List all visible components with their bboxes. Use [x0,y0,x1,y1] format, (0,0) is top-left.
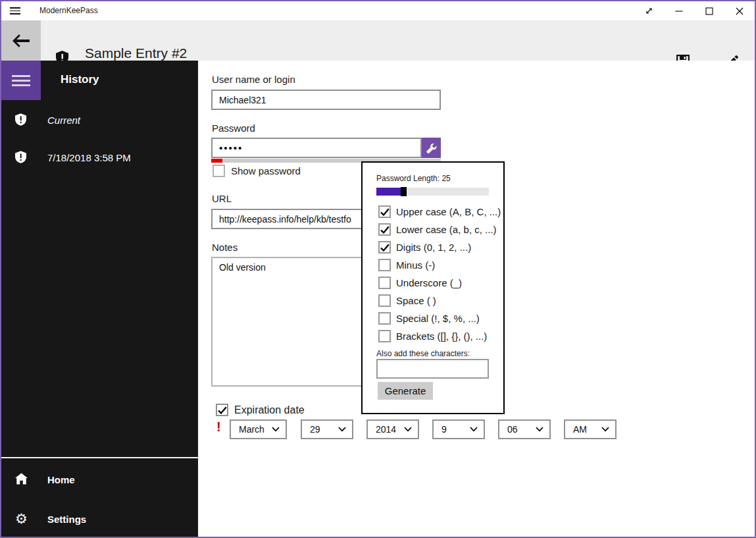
sidebar: History Current 7/18/2018 3:58 PM Home ⚙… [1,61,198,538]
option-space: Space ( ) [378,294,436,307]
entry-header: Sample Entry #2 sample [1,20,755,61]
option-label: Underscore (_) [396,277,462,288]
hour-dropdown[interactable]: 9 [432,419,485,439]
option-label: Minus (-) [396,259,435,271]
wrench-icon [426,143,437,153]
app-window: ModernKeePass Sample Entry #2 sample [0,0,756,538]
dropdown-value: 06 [499,424,518,435]
generate-button[interactable]: Generate [378,382,433,400]
check-icon [380,226,390,234]
sidebar-divider [1,457,198,458]
show-password-checkbox[interactable] [213,165,225,177]
ampm-dropdown[interactable]: AM [564,419,617,439]
check-icon [218,406,227,414]
fullscreen-button[interactable] [634,1,664,20]
space-checkbox[interactable] [378,294,391,307]
dropdown-value: AM [565,424,587,435]
option-label: Special (!, $, %, ...) [396,313,480,324]
nav-hamburger-button[interactable] [1,61,41,100]
history-item-current[interactable]: Current [1,113,198,140]
minimize-button[interactable] [664,1,694,20]
dropdown-value: 9 [434,424,447,435]
option-minus: Minus (-) [378,259,435,271]
minus-checkbox[interactable] [378,259,391,271]
expiration-row: Expiration date [216,404,305,416]
sidebar-item-settings[interactable]: ⚙ Settings [1,512,198,538]
shield-icon [15,113,26,126]
expiration-label: Expiration date [234,404,305,416]
option-digits: Digits (0, 1, 2, ...) [378,241,471,254]
sidebar-heading: History [61,73,99,86]
option-lower-case: Lower case (a, b, c, ...) [378,223,497,236]
option-label: Brackets ([], {}, (), ...) [396,331,487,342]
titlebar: ModernKeePass [1,1,755,20]
dropdown-value: 29 [302,424,320,435]
option-special: Special (!, $, %, ...) [378,312,480,325]
close-button[interactable] [724,1,755,20]
password-generator-button[interactable] [422,138,441,158]
chevron-down-icon [601,427,609,432]
minimize-icon [675,7,683,15]
option-label: Upper case (A, B, C, ...) [396,206,501,217]
shield-icon [15,151,26,163]
option-underscore: Underscore (_) [378,277,462,289]
dropdown-value: March [231,424,265,435]
digits-checkbox[interactable] [378,241,391,254]
maximize-button[interactable] [694,1,724,20]
brackets-checkbox[interactable] [378,330,391,342]
option-upper-case: Upper case (A, B, C, ...) [378,205,501,218]
check-icon [380,244,390,252]
password-length-slider[interactable] [376,188,489,196]
chevron-down-icon [404,427,412,432]
notes-label: Notes [212,242,238,253]
titlebar-hamburger-icon[interactable] [10,5,23,17]
expired-warning-icon: ! [216,419,221,435]
sidebar-item-label: Settings [47,514,86,525]
history-item-label: Current [47,115,80,126]
history-item-label: 7/18/2018 3:58 PM [47,152,131,163]
minute-dropdown[interactable]: 06 [498,419,551,439]
chevron-down-icon [536,427,543,432]
password-length-label: Password Length: 25 [376,174,451,183]
username-input[interactable] [211,90,441,110]
history-item-dated[interactable]: 7/18/2018 3:58 PM [1,151,198,177]
option-label: Lower case (a, b, c, ...) [396,224,497,235]
extra-characters-input[interactable] [376,359,489,379]
window-controls [634,1,755,20]
fullscreen-icon [645,7,653,15]
special-checkbox[interactable] [378,312,391,325]
show-password-label: Show password [231,165,301,176]
lower-case-checkbox[interactable] [378,223,391,236]
gear-icon: ⚙ [15,512,28,526]
option-label: Digits (0, 1, 2, ...) [396,242,471,253]
option-label: Space ( ) [396,295,436,306]
password-strength-fill [211,159,222,163]
month-dropdown[interactable]: March [230,419,287,439]
day-dropdown[interactable]: 29 [301,419,353,439]
slider-thumb[interactable] [401,187,407,196]
slider-fill [376,188,403,196]
year-dropdown[interactable]: 2014 [366,419,419,439]
chevron-down-icon [470,427,478,432]
expiration-checkbox[interactable] [216,404,228,416]
url-label: URL [212,193,232,204]
option-brackets: Brackets ([], {}, (), ...) [378,330,487,342]
chevron-down-icon [272,427,280,432]
dropdown-value: 2014 [368,424,396,435]
check-icon [380,208,390,216]
home-icon [15,473,28,485]
password-input[interactable] [211,138,422,158]
upper-case-checkbox[interactable] [378,205,391,218]
username-label: User name or login [212,74,295,85]
password-field-group [211,138,441,158]
entry-title: Sample Entry #2 [85,45,187,61]
back-button[interactable] [1,20,41,61]
underscore-checkbox[interactable] [378,277,391,289]
also-add-label: Also add these characters: [376,349,470,358]
sidebar-item-home[interactable]: Home [1,473,198,499]
chevron-down-icon [338,427,346,432]
password-label: Password [212,122,255,134]
password-generator-popup: Password Length: 25 Upper case (A, B, C,… [361,161,505,414]
show-password-row: Show password [213,165,301,177]
sidebar-item-label: Home [47,474,75,485]
